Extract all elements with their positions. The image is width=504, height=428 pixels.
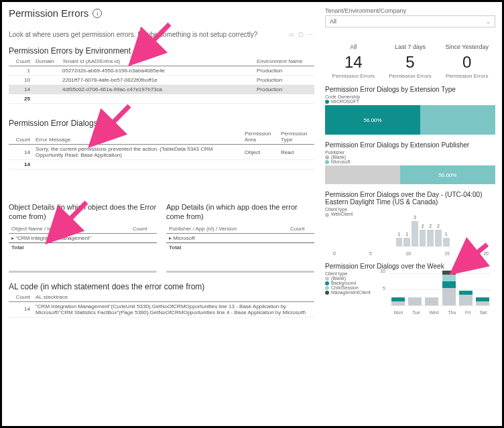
slicer-dropdown[interactable]: All ⌄ xyxy=(325,15,495,27)
slicer-label: Tenant/Environment/Company xyxy=(325,7,495,14)
page-description: Look at where users get permission error… xyxy=(9,31,285,38)
col-count[interactable]: Count xyxy=(130,224,157,234)
kpi-yesterday: Since Yesterday 0 Permission Errors xyxy=(438,44,495,79)
table-row[interactable]: 144df35c02-d706-461a-99ac-c47e197b73caPr… xyxy=(9,85,314,94)
col-count[interactable]: Count xyxy=(9,129,33,145)
col-env[interactable]: Environment Name xyxy=(254,57,314,66)
kpi-sub: Permission Errors xyxy=(382,73,439,79)
table-row[interactable]: ▸ "CRM Integration Management" xyxy=(9,233,157,242)
publisher-title: Permission Error Dialogs by Extension Pu… xyxy=(325,141,495,149)
table-total-row: Total xyxy=(9,242,157,252)
ext-type-chart[interactable]: 56.00% xyxy=(325,105,495,135)
env-section-title: Permission Errors by Environment xyxy=(9,46,314,56)
scrollbar-thumbs[interactable] xyxy=(9,271,314,273)
bar-segment-blank xyxy=(325,165,400,184)
table-total-row: Total xyxy=(166,242,314,252)
kpi-label: All xyxy=(325,44,382,50)
week-axis: MonTueWedThuFriSat xyxy=(389,310,491,315)
week-chart[interactable]: 105 MonTueWedThuFriSat xyxy=(373,267,495,315)
kpi-value: 14 xyxy=(325,53,382,72)
col-publisher[interactable]: Publisher / App (id) / Version xyxy=(166,224,288,234)
col-count[interactable]: Count xyxy=(9,293,33,302)
kpi-sub: Permission Errors xyxy=(325,73,382,79)
obj-section-title: Object Details (in which object does the… xyxy=(9,203,157,222)
col-area[interactable]: Permission Area xyxy=(242,129,278,145)
kpi-label: Since Yesterday xyxy=(438,44,495,50)
table-total-row: 14 xyxy=(9,160,314,169)
col-msg[interactable]: Error Message xyxy=(33,129,242,145)
table-row[interactable]: 14 Sorry, the current permissions preven… xyxy=(9,145,314,160)
chevron-down-icon: ⌄ xyxy=(486,19,491,25)
page-title: Permission Errors i xyxy=(9,7,314,19)
publisher-chart[interactable]: 56.00% xyxy=(325,165,495,184)
kpi-sub: Permission Errors xyxy=(438,73,495,79)
slicer-value: All xyxy=(330,18,336,25)
col-count[interactable]: Count xyxy=(9,57,33,66)
publisher-legend: Publisher (Blank) Microsoft xyxy=(325,150,495,164)
al-table[interactable]: Count AL stacktrace 14 "CRM Integration … xyxy=(9,293,314,317)
page-title-text: Permission Errors xyxy=(9,7,88,19)
col-objname[interactable]: Object Name / Id / Type xyxy=(9,224,130,234)
col-stack[interactable]: AL stacktrace xyxy=(33,293,314,302)
day-chart-title: Permission Error Dialogs over the Day - … xyxy=(325,191,495,206)
table-row[interactable]: 14 "CRM Integration Management"(CodeUnit… xyxy=(9,301,314,317)
col-count[interactable]: Count xyxy=(288,224,314,234)
bar-segment-other xyxy=(420,105,495,135)
env-table[interactable]: Count Domain Tenant id (AAD/Entra id) En… xyxy=(9,57,314,104)
app-table[interactable]: Publisher / App (id) / Version Count ▸ M… xyxy=(166,224,314,252)
col-tenant[interactable]: Tenant id (AAD/Entra id) xyxy=(60,57,254,66)
info-icon[interactable]: i xyxy=(92,9,102,18)
table-row[interactable]: ▸ Microsoft xyxy=(166,233,314,242)
al-section-title: AL code (in which statement does the err… xyxy=(9,282,314,291)
kpi-row: All 14 Permission Errors Last 7 days 5 P… xyxy=(325,44,495,79)
kpi-value: 0 xyxy=(438,53,495,72)
table-row[interactable]: 105272d2b-ab69-4550-b198-b3aba4085e4ePro… xyxy=(9,66,314,76)
table-row[interactable]: 102201ff77-6078-4afe-be57-0822f0fboff1eP… xyxy=(9,76,314,85)
dlg-section-title: Permission Error Dialogs xyxy=(9,119,314,128)
kpi-value: 5 xyxy=(382,53,439,72)
kpi-last7: Last 7 days 5 Permission Errors xyxy=(382,44,439,79)
obj-table[interactable]: Object Name / Id / Type Count ▸ "CRM Int… xyxy=(9,224,157,252)
ext-type-title: Permission Error Dialogs by Extension Ty… xyxy=(325,86,495,93)
bar-segment-microsoft: 56.00% xyxy=(325,105,420,135)
day-chart[interactable]: 1 1 3 2 2 2 1 05101520 xyxy=(325,218,495,256)
ext-type-legend: Code Ownership MICROSOFT xyxy=(325,94,495,104)
app-section-title: App Details (in which app does the error… xyxy=(166,203,314,222)
dlg-table[interactable]: Count Error Message Permission Area Perm… xyxy=(9,129,314,169)
bar-segment-microsoft: 56.00% xyxy=(400,165,495,184)
day-axis: 05101520 xyxy=(333,251,489,256)
day-legend: Client type WebClient xyxy=(325,207,495,216)
visual-toolbar[interactable]: ▭ ▢ ⋯ xyxy=(289,31,314,38)
kpi-all: All 14 Permission Errors xyxy=(325,44,382,79)
kpi-label: Last 7 days xyxy=(382,44,439,50)
table-total-row: 25 xyxy=(9,94,314,104)
col-type[interactable]: Permission Type xyxy=(278,129,314,145)
col-domain[interactable]: Domain xyxy=(33,57,60,66)
